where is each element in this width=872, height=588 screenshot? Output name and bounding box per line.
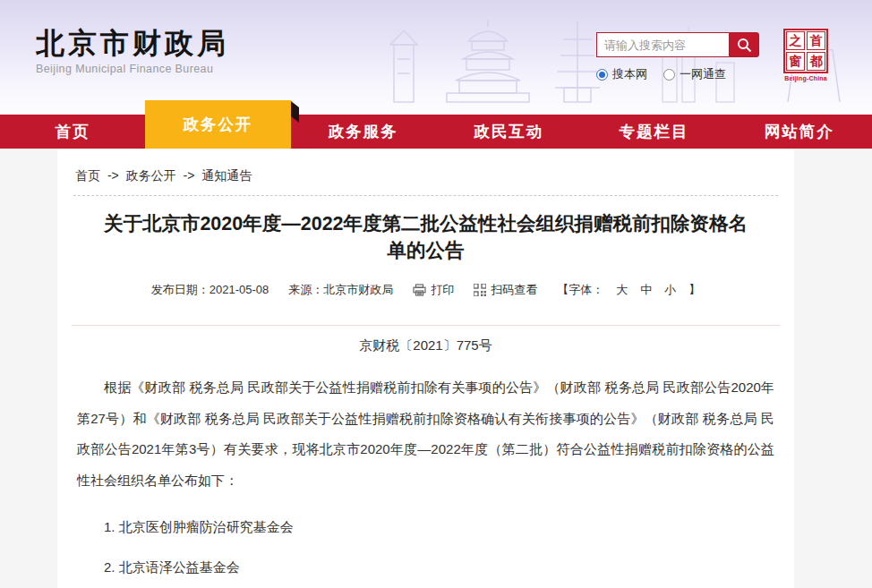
tower-sketch bbox=[390, 30, 417, 102]
font-size-small-button[interactable]: 小 bbox=[664, 282, 676, 298]
radio-network-label: 一网通查 bbox=[680, 66, 726, 82]
main-nav: 首页 政务公开 政务服务 政民互动 专题栏目 网站简介 bbox=[0, 115, 872, 149]
pagoda-sketch bbox=[555, 21, 600, 102]
breadcrumb-notices[interactable]: 通知通告 bbox=[201, 168, 252, 183]
publish-date: 发布日期：2021-05-08 bbox=[151, 282, 269, 298]
seal-char: 都 bbox=[807, 52, 825, 71]
scan-label: 扫码查看 bbox=[491, 282, 537, 298]
site-logo[interactable]: 北京市财政局 Beijing Municipal Finance Bureau bbox=[36, 27, 229, 75]
breadcrumb-separator: -> bbox=[184, 168, 195, 183]
site-title: 北京市财政局 bbox=[36, 27, 229, 59]
article-meta: 发布日期：2021-05-08 来源：北京市财政局 打印 扫码查看 bbox=[57, 282, 794, 298]
site-subtitle: Beijing Municipal Finance Bureau bbox=[36, 63, 229, 75]
breadcrumb: 首页 -> 政务公开 -> 通知通告 bbox=[73, 161, 778, 196]
nav-item-home[interactable]: 首页 bbox=[0, 115, 145, 149]
font-size-medium-button[interactable]: 中 bbox=[640, 282, 652, 298]
content-panel: 首页 -> 政务公开 -> 通知通告 关于北京市2020年度—2022年度第二批… bbox=[57, 149, 794, 588]
document-number: 京财税〔2021〕775号 bbox=[57, 337, 794, 354]
nav-item-gov-services[interactable]: 政务服务 bbox=[291, 115, 436, 149]
article-separator bbox=[72, 325, 780, 326]
font-size-control: 【字体： 大 中 小 】 bbox=[557, 282, 700, 298]
seal-grid: 之 首 窗 都 bbox=[783, 29, 828, 73]
breadcrumb-home[interactable]: 首页 bbox=[75, 168, 100, 183]
seal-caption: Beijing-China bbox=[782, 75, 829, 81]
capital-window-seal-logo[interactable]: 之 首 窗 都 Beijing-China bbox=[782, 29, 829, 81]
article-title: 关于北京市2020年度—2022年度第二批公益性社会组织捐赠税前扣除资格名单的公… bbox=[97, 210, 755, 264]
search-area: 搜本网 一网通查 bbox=[596, 32, 775, 82]
organization-list: 1. 北京医创肿瘤防治研究基金会 2. 北京语泽公益基金会 3. 北京恒济卫生管… bbox=[57, 519, 794, 588]
article-source: 来源：北京市财政局 bbox=[288, 282, 393, 298]
radio-selected-icon bbox=[596, 69, 608, 81]
radio-search-site[interactable]: 搜本网 bbox=[596, 66, 647, 82]
seal-char: 首 bbox=[807, 31, 825, 50]
nav-item-interaction[interactable]: 政民互动 bbox=[436, 115, 581, 149]
search-input[interactable] bbox=[596, 32, 729, 57]
radio-search-network[interactable]: 一网通查 bbox=[663, 66, 726, 82]
breadcrumb-gov-disclosure[interactable]: 政务公开 bbox=[126, 168, 176, 183]
list-item: 2. 北京语泽公益基金会 bbox=[77, 559, 774, 576]
nav-item-site-intro[interactable]: 网站简介 bbox=[727, 115, 872, 149]
font-size-suffix: 】 bbox=[688, 282, 700, 298]
article-paragraph: 根据《财政部 税务总局 民政部关于公益性捐赠税前扣除有关事项的公告》（财政部 税… bbox=[77, 372, 774, 496]
radio-unselected-icon bbox=[663, 69, 675, 81]
search-icon bbox=[737, 38, 752, 53]
scan-qr-button[interactable]: 扫码查看 bbox=[474, 282, 537, 298]
qr-code-icon bbox=[474, 284, 486, 296]
breadcrumb-separator: -> bbox=[107, 168, 119, 183]
radio-site-label: 搜本网 bbox=[612, 66, 647, 82]
nav-item-special-topics[interactable]: 专题栏目 bbox=[581, 115, 726, 149]
seal-char: 之 bbox=[786, 31, 805, 50]
temple-of-heaven-sketch bbox=[447, 20, 529, 102]
font-size-large-button[interactable]: 大 bbox=[616, 282, 628, 298]
search-button[interactable] bbox=[729, 32, 759, 57]
site-header: 北京市财政局 Beijing Municipal Finance Bureau … bbox=[0, 0, 872, 115]
font-size-prefix: 【字体： bbox=[557, 282, 603, 298]
printer-icon bbox=[413, 284, 426, 296]
print-label: 打印 bbox=[431, 282, 454, 298]
nav-item-gov-disclosure[interactable]: 政务公开 bbox=[145, 100, 290, 149]
print-button[interactable]: 打印 bbox=[413, 282, 454, 298]
list-item: 1. 北京医创肿瘤防治研究基金会 bbox=[77, 519, 774, 536]
seal-char: 窗 bbox=[786, 52, 805, 71]
